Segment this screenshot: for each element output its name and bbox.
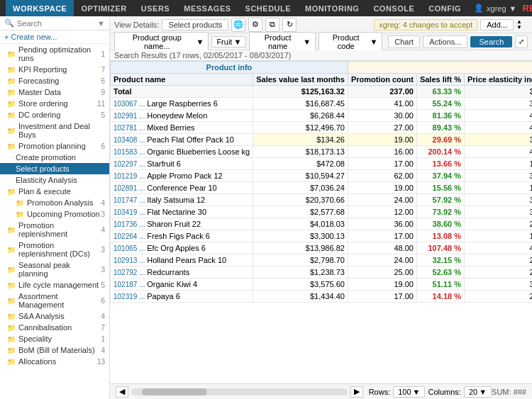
product-name-cell: 102297 ... Starfruit 6 — [111, 158, 253, 170]
promo-count-cell: 30.00 — [348, 110, 416, 122]
top-navigation: WORKSPACE OPTIMIZER USERS MESSAGES SCHED… — [0, 0, 532, 16]
sidebar-item-label: Master Data — [18, 88, 61, 96]
sidebar-item-dc-ordering[interactable]: 📁DC ordering 5 — [0, 109, 109, 120]
nav-monitoring[interactable]: MONITORING — [298, 0, 366, 16]
sales-value-cell: $13,986.82 — [253, 242, 348, 254]
sidebar-item-label: Select products — [16, 164, 70, 173]
item-count: 7 — [101, 66, 105, 74]
copy-icon[interactable]: ⧉ — [265, 18, 279, 32]
sales-lift-cell: 14.18 % — [416, 291, 464, 303]
sidebar-item-label: Seasonal peak planning — [18, 261, 101, 278]
item-count: 1 — [101, 335, 105, 343]
sidebar-item-promo-replen[interactable]: 📁Promotion replenishment 4 — [0, 220, 109, 240]
nav-users[interactable]: USERS — [134, 0, 177, 16]
nav-workspace[interactable]: WORKSPACE — [6, 0, 74, 16]
actions-button[interactable]: Actions... — [423, 35, 467, 48]
data-table-container[interactable]: Product info Promotion estimates Additio… — [110, 61, 532, 383]
col-price-elasticity[interactable]: Price elasticity index — [464, 74, 532, 86]
sidebar-item-label: Promotion planning — [18, 142, 86, 150]
folder-icon: 📁 — [16, 199, 24, 207]
sidebar-item-upcoming-promo[interactable]: 📁Upcoming Promotion 3 — [0, 208, 109, 220]
item-count: 6 — [101, 77, 105, 85]
col-promo-count[interactable]: Promotion count — [348, 74, 416, 86]
main-content: View Details: Select products 🌐 ⚙ ⧉ ↻ xg… — [110, 16, 532, 399]
search-button[interactable]: Search — [470, 36, 512, 47]
sidebar-item-label: Plan & execute — [18, 187, 71, 196]
expand-button[interactable]: ⤢ — [515, 35, 528, 48]
folder-icon: 📁 — [7, 66, 16, 74]
filter-icon: ▼ — [97, 19, 105, 28]
folder-icon: 📁 — [7, 246, 16, 254]
product-name-dropdown[interactable]: Product name ▼ — [249, 32, 316, 52]
changes-badge[interactable]: xgreg: 4 changes to accept — [374, 19, 477, 30]
sidebar-item-promotion-planning[interactable]: 📁Promotion planning 6 — [0, 140, 109, 152]
sidebar-item-label: Life cycle management — [18, 281, 99, 289]
fruit-dropdown[interactable]: Fruit ▼ — [211, 36, 246, 47]
folder-icon: 📁 — [7, 188, 16, 196]
sidebar-item-promo-replen-dc[interactable]: 📁Promotion replenishment (DCs) 3 — [0, 240, 109, 259]
sidebar-item-seasonal[interactable]: 📁Seasonal peak planning 3 — [0, 259, 109, 279]
product-name-cell: 102781 ... Mixed Berries — [111, 122, 253, 134]
sidebar-item-bom[interactable]: 📁BoM (Bill of Materials) 4 — [0, 344, 109, 356]
col-sales-lift[interactable]: Sales lift % — [416, 74, 464, 86]
refresh-icon[interactable]: ↻ — [282, 18, 297, 32]
nav-optimizer[interactable]: OPTIMIZER — [74, 0, 133, 16]
scroll-right[interactable]: ▶ — [350, 386, 363, 398]
sidebar-item-label: DC ordering — [18, 111, 60, 119]
sidebar-item-assortment[interactable]: 📁Assortment Management 6 — [0, 291, 109, 310]
scroll-left-btn[interactable]: ◀ — [116, 386, 128, 398]
sidebar-item-investment[interactable]: 📁Investment and Deal Buys — [0, 120, 109, 140]
sidebar-item-kpi[interactable]: 📁KPI Reporting 7 — [0, 64, 109, 75]
sidebar-item-label: Store ordering — [18, 99, 68, 108]
sidebar-item-store-ordering[interactable]: 📁Store ordering 11 — [0, 98, 109, 109]
price-elasticity-cell: 1.71 — [464, 230, 532, 242]
nav-messages[interactable]: MESSAGES — [177, 0, 238, 16]
globe-icon[interactable]: 🌐 — [231, 18, 245, 32]
sidebar-item-plan-execute[interactable]: 📁Plan & execute — [0, 186, 109, 197]
settings-icon[interactable]: ⚙ — [248, 18, 262, 32]
nav-config[interactable]: CONFIG — [421, 0, 468, 16]
sidebar-item-create-promotion[interactable]: Create promotion — [0, 152, 109, 163]
sales-lift-cell: 29.69 % — [416, 134, 464, 146]
product-group-dropdown[interactable]: Product group name... ▼ — [114, 32, 209, 52]
nav-user[interactable]: 👤 xgreg ▼ — [468, 4, 522, 13]
col-product-name[interactable]: Product name — [111, 74, 253, 86]
sidebar-item-elasticity[interactable]: Elasticity Analysis — [0, 174, 109, 186]
sales-value-cell: $134.26 — [253, 134, 348, 146]
col-sales-value[interactable]: Sales value last months — [253, 74, 348, 86]
sales-value-cell: $3,300.13 — [253, 230, 348, 242]
username: xgreg — [487, 4, 506, 13]
columns-dropdown[interactable]: 20 ▼ — [464, 386, 492, 398]
add-button[interactable]: Add... — [480, 19, 514, 30]
rows-dropdown[interactable]: 100 ▼ — [393, 386, 425, 398]
item-count: 6 — [101, 142, 105, 150]
sidebar-item-allocations[interactable]: 📁Allocations 13 — [0, 356, 109, 367]
promo-count-cell: 16.00 — [348, 146, 416, 158]
product-info-header: Product info — [111, 62, 348, 74]
sidebar-item-pending[interactable]: 📁Pending optimization runs 1 — [0, 44, 109, 64]
sidebar-item-label: Promotion Analysis — [27, 198, 94, 207]
nav-schedule[interactable]: SCHEDULE — [238, 0, 299, 16]
product-code-dropdown[interactable]: Product code ▼ — [318, 32, 382, 52]
sidebar-item-lifecycle[interactable]: 📁Life cycle management 5 — [0, 279, 109, 291]
create-new[interactable]: + Create new... — [0, 30, 109, 44]
sidebar-item-forecasting[interactable]: 📁Forecasting 6 — [0, 75, 109, 86]
sidebar-item-promo-analysis[interactable]: 📁Promotion Analysis 4 — [0, 197, 109, 208]
sales-value-cell: $10,594.27 — [253, 170, 348, 182]
nav-console[interactable]: CONSOLE — [366, 0, 421, 16]
horizontal-scrollbar[interactable] — [131, 388, 348, 395]
select-products-button[interactable]: Select products — [162, 19, 228, 30]
sidebar-search[interactable]: 🔍 ▼ — [0, 16, 109, 30]
search-input[interactable] — [17, 19, 94, 28]
sidebar-item-sa-analysis[interactable]: 📁S&A Analysis 4 — [0, 310, 109, 322]
chart-button[interactable]: Chart — [388, 35, 420, 48]
promo-count-cell: 27.00 — [348, 122, 416, 134]
sidebar-item-select-products[interactable]: Select products — [0, 163, 109, 174]
promo-count-cell: 237.00 — [348, 86, 416, 98]
sidebar-item-speciality[interactable]: 📁Speciality 1 — [0, 333, 109, 344]
sidebar-item-master-data[interactable]: 📁Master Data 9 — [0, 86, 109, 98]
scroll-left[interactable]: ◀ — [116, 386, 128, 398]
item-count: 5 — [101, 281, 105, 289]
sidebar-item-cannibalisation[interactable]: 📁Cannibalisation 7 — [0, 322, 109, 333]
decrement-btn[interactable]: ▼ — [516, 25, 528, 30]
